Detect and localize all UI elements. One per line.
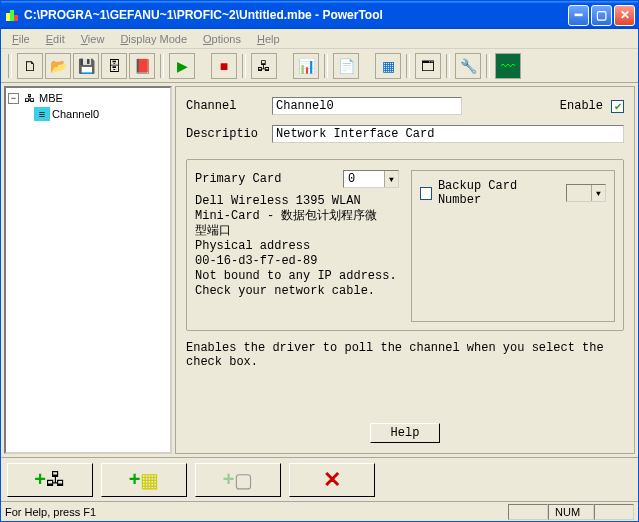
backup-card-group: ✔ Backup Card Number ▼ <box>411 170 615 322</box>
primary-card-label: Primary Card <box>195 172 281 186</box>
save-button[interactable]: 💾 <box>73 53 99 79</box>
chevron-down-icon: ▼ <box>384 171 398 187</box>
help-button[interactable]: Help <box>370 423 441 443</box>
menu-file[interactable]: File <box>5 32 37 46</box>
doc-button[interactable]: 📄 <box>333 53 359 79</box>
tree-panel[interactable]: − 🖧 MBE ≡ Channel0 <box>4 86 172 454</box>
form-button[interactable]: 🗔 <box>415 53 441 79</box>
menubar: File Edit View Display Mode Options Help <box>1 29 638 49</box>
add-device-button[interactable]: +🖧 <box>7 463 93 497</box>
wave-button[interactable]: 〰 <box>495 53 521 79</box>
backup-card-label: Backup Card Number <box>438 179 554 207</box>
open-button[interactable]: 📂 <box>45 53 71 79</box>
card-info-text: Dell Wireless 1395 WLAN Mini-Card - 数据包计… <box>195 194 399 299</box>
enable-label: Enable <box>560 99 603 113</box>
body-area: − 🖧 MBE ≡ Channel0 Channel Enable ✔ Desc… <box>1 83 638 457</box>
description-label: Descriptio <box>186 127 264 141</box>
menu-display-mode[interactable]: Display Mode <box>113 32 194 46</box>
stop-button[interactable]: ■ <box>211 53 237 79</box>
new-button[interactable]: 🗋 <box>17 53 43 79</box>
svg-rect-0 <box>6 13 10 21</box>
backup-card-select[interactable]: ▼ <box>566 184 606 202</box>
tree-root-row[interactable]: − 🖧 MBE <box>8 90 168 106</box>
add-table-button[interactable]: +▦ <box>101 463 187 497</box>
root-icon: 🖧 <box>21 91 37 105</box>
channel-icon: ≡ <box>34 107 50 121</box>
close-button[interactable]: ✕ <box>614 5 635 26</box>
backup-card-checkbox[interactable]: ✔ <box>420 187 432 200</box>
menu-options[interactable]: Options <box>196 32 248 46</box>
save-all-button[interactable]: 🗄 <box>101 53 127 79</box>
app-icon <box>4 7 20 23</box>
tree-child-row[interactable]: ≡ Channel0 <box>8 106 168 122</box>
maximize-button[interactable]: ▢ <box>591 5 612 26</box>
run-button[interactable]: ▶ <box>169 53 195 79</box>
tree-root-label: MBE <box>39 92 63 104</box>
chart-button[interactable]: 📊 <box>293 53 319 79</box>
tools-button[interactable]: 🔧 <box>455 53 481 79</box>
collapse-icon[interactable]: − <box>8 93 19 104</box>
toolbar: 🗋 📂 💾 🗄 📕 ▶ ■ 🖧 📊 📄 ▦ 🗔 🔧 〰 <box>1 49 638 83</box>
menu-help[interactable]: Help <box>250 32 287 46</box>
channel-input[interactable] <box>272 97 462 115</box>
status-text: For Help, press F1 <box>5 506 508 518</box>
menu-view[interactable]: View <box>74 32 112 46</box>
titlebar: C:\PROGRA~1\GEFANU~1\PROFIC~2\Untitled.m… <box>1 1 638 29</box>
minimize-button[interactable]: ━ <box>568 5 589 26</box>
delete-button[interactable]: ✕ <box>289 463 375 497</box>
properties-panel: Channel Enable ✔ Descriptio Primary Card… <box>175 86 635 454</box>
grid-button[interactable]: ▦ <box>375 53 401 79</box>
add-box-button[interactable]: +▢ <box>195 463 281 497</box>
book-button[interactable]: 📕 <box>129 53 155 79</box>
app-window: C:\PROGRA~1\GEFANU~1\PROFIC~2\Untitled.m… <box>0 0 639 522</box>
statusbar: For Help, press F1 NUM <box>1 501 638 521</box>
network-button[interactable]: 🖧 <box>251 53 277 79</box>
primary-card-select[interactable]: 0 ▼ <box>343 170 399 188</box>
enable-checkbox[interactable]: ✔ <box>611 100 624 113</box>
description-input[interactable] <box>272 125 624 143</box>
card-groupbox: Primary Card 0 ▼ Dell Wireless 1395 WLAN… <box>186 159 624 331</box>
menu-edit[interactable]: Edit <box>39 32 72 46</box>
hint-text: Enables the driver to poll the channel w… <box>186 341 624 369</box>
window-title: C:\PROGRA~1\GEFANU~1\PROFIC~2\Untitled.m… <box>24 8 568 22</box>
svg-rect-2 <box>14 15 18 21</box>
bottom-toolbar: +🖧 +▦ +▢ ✕ <box>1 457 638 501</box>
tree-child-label: Channel0 <box>52 108 99 120</box>
svg-rect-1 <box>10 10 14 21</box>
chevron-down-icon: ▼ <box>591 185 605 201</box>
channel-label: Channel <box>186 99 264 113</box>
status-num: NUM <box>548 504 594 520</box>
